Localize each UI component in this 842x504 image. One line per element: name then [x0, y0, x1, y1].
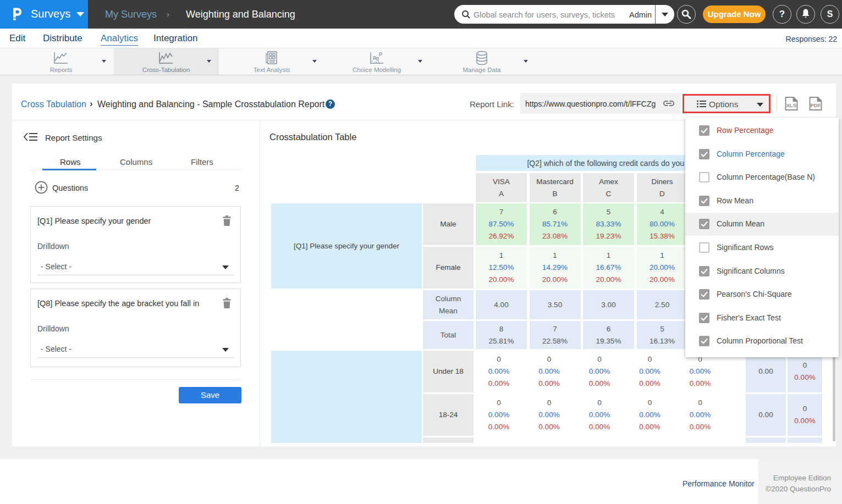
svg-text:PDF: PDF	[811, 102, 821, 108]
svg-text:XLS: XLS	[786, 102, 796, 108]
